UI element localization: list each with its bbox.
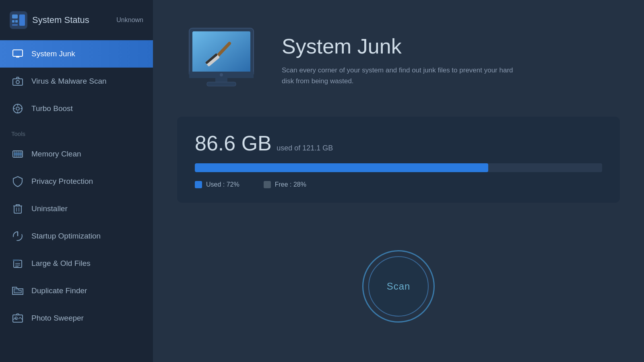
sidebar: System Status Unknown System Junk Virus … <box>0 0 153 362</box>
svg-rect-6 <box>13 50 23 56</box>
svg-point-12 <box>16 107 19 110</box>
svg-rect-25 <box>20 152 22 156</box>
legend-used-label: Used : 72% <box>206 181 239 188</box>
legend-free-dot <box>264 181 271 188</box>
sidebar-item-large-old-files-label: Large & Old Files <box>31 259 91 268</box>
sidebar-item-uninstaller[interactable]: Uninstaller <box>0 195 153 222</box>
storage-used-amount: 86.6 GB <box>195 132 272 155</box>
svg-rect-33 <box>13 259 19 261</box>
storage-progress-fill <box>195 163 488 172</box>
sidebar-item-startup-optimization[interactable]: Startup Optimization <box>0 222 153 250</box>
storage-header: 86.6 GB used of 121.1 GB <box>195 131 602 155</box>
sidebar-item-turbo-boost-label: Turbo Boost <box>31 104 73 113</box>
storage-card: 86.6 GB used of 121.1 GB Used : 72% Free… <box>177 117 620 203</box>
sidebar-item-privacy-protection-label: Privacy Protection <box>31 177 93 186</box>
sidebar-item-memory-clean-label: Memory Clean <box>31 150 81 158</box>
legend-used-dot <box>195 181 202 188</box>
sidebar-item-system-junk[interactable]: System Junk <box>0 40 153 68</box>
files-icon <box>11 257 24 270</box>
hero-section: System Junk Scan every corner of your sy… <box>153 0 644 117</box>
hero-title: System Junk <box>282 34 620 58</box>
legend-used: Used : 72% <box>195 181 239 188</box>
monitor-illustration-svg <box>177 20 266 101</box>
sidebar-item-system-junk-label: System Junk <box>31 49 75 58</box>
scan-button-inner: Scan <box>368 256 429 317</box>
hero-description: Scan every corner of your system and fin… <box>282 65 523 86</box>
svg-rect-1 <box>12 14 18 19</box>
logo-area: System Status <box>10 11 89 29</box>
power-icon <box>11 230 24 243</box>
svg-rect-9 <box>13 79 23 85</box>
scan-button-label: Scan <box>387 281 411 292</box>
sidebar-item-large-old-files[interactable]: Large & Old Files <box>0 250 153 277</box>
svg-rect-5 <box>12 24 18 26</box>
sidebar-item-uninstaller-label: Uninstaller <box>31 204 68 213</box>
legend-free: Free : 28% <box>264 181 306 188</box>
sidebar-item-privacy-protection[interactable]: Privacy Protection <box>0 168 153 195</box>
photo-icon <box>11 312 24 325</box>
sidebar-title: System Status <box>32 15 89 25</box>
sidebar-item-startup-optimization-label: Startup Optimization <box>31 232 101 241</box>
hero-text-area: System Junk Scan every corner of your sy… <box>282 34 620 86</box>
svg-rect-47 <box>207 82 236 86</box>
svg-rect-2 <box>12 20 14 23</box>
legend-free-label: Free : 28% <box>275 181 306 188</box>
folder-icon <box>11 284 24 297</box>
main-content: System Junk Scan every corner of your sy… <box>153 0 644 362</box>
sidebar-item-photo-sweeper-label: Photo Sweeper <box>31 314 84 323</box>
memory-icon <box>11 148 24 160</box>
svg-rect-3 <box>15 20 18 23</box>
sidebar-item-duplicate-finder-label: Duplicate Finder <box>31 286 87 295</box>
storage-legend: Used : 72% Free : 28% <box>195 181 602 188</box>
sidebar-item-memory-clean[interactable]: Memory Clean <box>0 140 153 168</box>
storage-progress-bar <box>195 163 602 172</box>
turbo-icon <box>11 102 24 115</box>
svg-rect-23 <box>16 152 18 156</box>
camera-icon <box>11 75 24 88</box>
svg-point-50 <box>220 73 223 76</box>
scan-button[interactable]: Scan <box>362 250 435 323</box>
svg-point-10 <box>16 80 19 84</box>
svg-rect-26 <box>14 206 21 213</box>
svg-rect-4 <box>19 14 25 26</box>
sidebar-item-virus-malware[interactable]: Virus & Malware Scan <box>0 68 153 95</box>
tools-section-label: Tools <box>0 122 153 140</box>
sidebar-item-duplicate-finder[interactable]: Duplicate Finder <box>0 277 153 304</box>
monitor-icon <box>11 47 24 60</box>
trash-icon <box>11 202 24 215</box>
svg-rect-24 <box>18 152 20 156</box>
storage-total-label: used of 121.1 GB <box>277 144 333 152</box>
svg-rect-22 <box>14 152 16 156</box>
scan-area: Scan <box>153 203 644 362</box>
app-logo-icon <box>10 11 27 29</box>
sidebar-item-photo-sweeper[interactable]: Photo Sweeper <box>0 304 153 332</box>
sidebar-item-virus-malware-label: Virus & Malware Scan <box>31 77 107 86</box>
hero-illustration <box>177 20 266 101</box>
sidebar-header: System Status Unknown <box>0 4 153 40</box>
sidebar-item-turbo-boost[interactable]: Turbo Boost <box>0 95 153 122</box>
system-status-value: Unknown <box>116 16 143 24</box>
shield-icon <box>11 175 24 188</box>
